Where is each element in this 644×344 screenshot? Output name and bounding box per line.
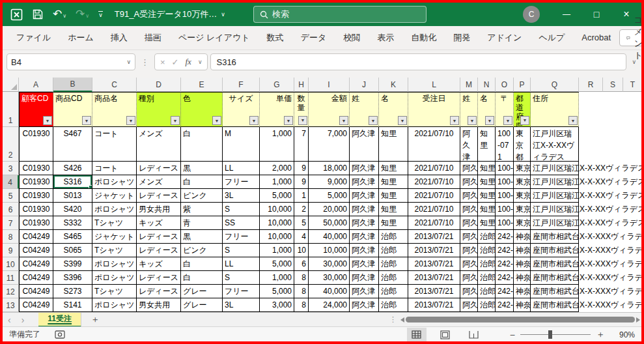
grid-cell-A2[interactable]: C01930	[19, 127, 53, 162]
grid-cell-H13[interactable]: 8	[294, 298, 309, 312]
field-header-C[interactable]: 商品名▼	[92, 92, 137, 127]
grid-cell-D7[interactable]: キッズ	[137, 216, 181, 230]
zoom-out-button[interactable]: −	[510, 330, 515, 340]
empty-cell[interactable]	[603, 285, 623, 298]
filter-button-M[interactable]: ▼	[468, 116, 477, 125]
grid-cell-I11[interactable]: 30,000	[309, 271, 350, 285]
column-header-T[interactable]: T	[623, 78, 641, 92]
grid-cell-F8[interactable]: フリー	[223, 230, 260, 244]
grid-cell-M4[interactable]: 阿久津	[460, 175, 478, 189]
grid-cell-H6[interactable]: 2	[294, 203, 309, 216]
ribbon-tab-13[interactable]: Acrobat	[573, 26, 619, 50]
empty-cell[interactable]	[579, 244, 603, 257]
grid-cell-D13[interactable]: 男女共用	[137, 298, 181, 312]
grid-cell-L9[interactable]: 2013/07/21	[408, 244, 460, 257]
grid-cell-J9[interactable]: 阿久津	[350, 244, 379, 257]
column-header-R[interactable]: R	[579, 78, 603, 92]
grid-cell-B6[interactable]: S420	[53, 203, 92, 216]
grid-cell-N12[interactable]: 治郎	[478, 285, 496, 298]
grid-cell-K4[interactable]: 知里	[379, 175, 408, 189]
grid-cell-A5[interactable]: C01930	[19, 189, 53, 203]
grid-cell-K13[interactable]: 治郎	[379, 298, 408, 312]
grid-cell-G3[interactable]: 2,000	[260, 162, 294, 175]
sheet-tab-11-juchu[interactable]: 11受注	[38, 313, 81, 327]
grid-cell-N13[interactable]: 治郎	[478, 298, 496, 312]
filter-button-G[interactable]: ▼	[284, 116, 293, 125]
grid-cell-C9[interactable]: Tシャツ	[92, 244, 137, 257]
column-header-Q[interactable]: Q	[531, 78, 579, 92]
empty-cell[interactable]	[623, 298, 641, 312]
column-header-P[interactable]: P	[514, 78, 531, 92]
column-header-C[interactable]: C	[92, 78, 137, 92]
grid-cell-N8[interactable]: 治郎	[478, 230, 496, 244]
filter-button-B[interactable]: ▼	[82, 116, 91, 125]
column-header-K[interactable]: K	[379, 78, 408, 92]
grid-cell-G11[interactable]: 1,000	[260, 271, 294, 285]
empty-cell[interactable]	[579, 271, 603, 285]
confirm-entry-button[interactable]: ✓	[172, 57, 179, 67]
add-sheet-button[interactable]: ＋	[81, 314, 109, 326]
grid-cell-K9[interactable]: 治郎	[379, 244, 408, 257]
grid-cell-A11[interactable]: C04249	[19, 271, 53, 285]
grid-cell-M7[interactable]: 阿久津	[460, 216, 478, 230]
grid-cell-E4[interactable]: 白	[181, 175, 223, 189]
excel-app-icon[interactable]	[10, 8, 23, 21]
grid-cell-F7[interactable]: SS	[223, 216, 260, 230]
grid-cell-F4[interactable]: フリー	[223, 175, 260, 189]
grid-cell-B10[interactable]: S399	[53, 257, 92, 271]
grid-cell-G9[interactable]: 1,000	[260, 244, 294, 257]
empty-cell[interactable]	[603, 162, 623, 175]
empty-cell[interactable]	[603, 92, 623, 127]
grid-cell-B11[interactable]: S396	[53, 271, 92, 285]
grid-cell-J11[interactable]: 阿久津	[350, 271, 379, 285]
ribbon-tab-2[interactable]: 挿入	[102, 26, 136, 50]
select-all-button[interactable]	[3, 78, 19, 92]
grid-cell-N3[interactable]: 知里	[478, 162, 496, 175]
grid-cell-O13[interactable]: 242-	[496, 298, 514, 312]
grid-cell-M6[interactable]: 阿久津	[460, 203, 478, 216]
row-header-8[interactable]: 8	[3, 230, 19, 244]
grid-cell-B12[interactable]: S273	[53, 285, 92, 298]
grid-cell-H2[interactable]: 7	[294, 127, 309, 162]
zoom-slider-thumb[interactable]	[548, 330, 552, 339]
page-layout-view-button[interactable]	[436, 328, 455, 342]
column-header-F[interactable]: F	[223, 78, 260, 92]
field-header-E[interactable]: 色▼	[181, 92, 223, 127]
grid-cell-E11[interactable]: 白	[181, 271, 223, 285]
column-header-G[interactable]: G	[260, 78, 294, 92]
grid-cell-D11[interactable]: レディース	[137, 271, 181, 285]
grid-cell-D6[interactable]: 男女共用	[137, 203, 181, 216]
undo-button[interactable]: ↶∨	[53, 8, 66, 20]
grid-cell-D12[interactable]: レディース	[137, 285, 181, 298]
grid-cell-O5[interactable]: 100-071	[496, 189, 514, 203]
scroll-left-icon[interactable]	[400, 317, 404, 322]
grid-cell-P10[interactable]: 神奈川県	[514, 257, 531, 271]
search-input[interactable]: 検索	[253, 6, 427, 23]
column-header-E[interactable]: E	[181, 78, 223, 92]
empty-cell[interactable]	[603, 216, 623, 230]
grid-cell-C8[interactable]: ジャケット	[92, 230, 137, 244]
field-header-J[interactable]: 姓▼	[350, 92, 379, 127]
grid-cell-K12[interactable]: 治郎	[379, 285, 408, 298]
window-title[interactable]: T91_A受注データ10万件… ∨	[115, 8, 225, 20]
grid-cell-N5[interactable]: 知里	[478, 189, 496, 203]
grid-cell-G6[interactable]: 10,000	[260, 203, 294, 216]
field-header-D[interactable]: 種別▼	[137, 92, 181, 127]
grid-cell-J7[interactable]: 阿久津	[350, 216, 379, 230]
grid-cell-J13[interactable]: 阿久津	[350, 298, 379, 312]
grid-cell-Q12[interactable]: 座間市相武台X-X-XXXヴィラデ	[531, 285, 579, 298]
grid-cell-K6[interactable]: 知里	[379, 203, 408, 216]
grid-cell-N11[interactable]: 治郎	[478, 271, 496, 285]
column-header-A[interactable]: A	[19, 78, 53, 92]
grid-cell-H3[interactable]: 9	[294, 162, 309, 175]
comments-button[interactable]: コメント	[619, 29, 644, 46]
filter-button-D[interactable]: ▼	[171, 116, 180, 125]
grid-cell-L8[interactable]: 2013/07/21	[408, 230, 460, 244]
field-header-K[interactable]: 名▼	[379, 92, 408, 127]
grid-cell-G13[interactable]: 3,000	[260, 298, 294, 312]
grid-cell-P3[interactable]: 東京都	[514, 162, 531, 175]
grid-cell-N9[interactable]: 治郎	[478, 244, 496, 257]
grid-cell-G10[interactable]: 5,000	[260, 257, 294, 271]
horizontal-scrollbar[interactable]	[399, 313, 641, 326]
column-header-N[interactable]: N	[478, 78, 496, 92]
